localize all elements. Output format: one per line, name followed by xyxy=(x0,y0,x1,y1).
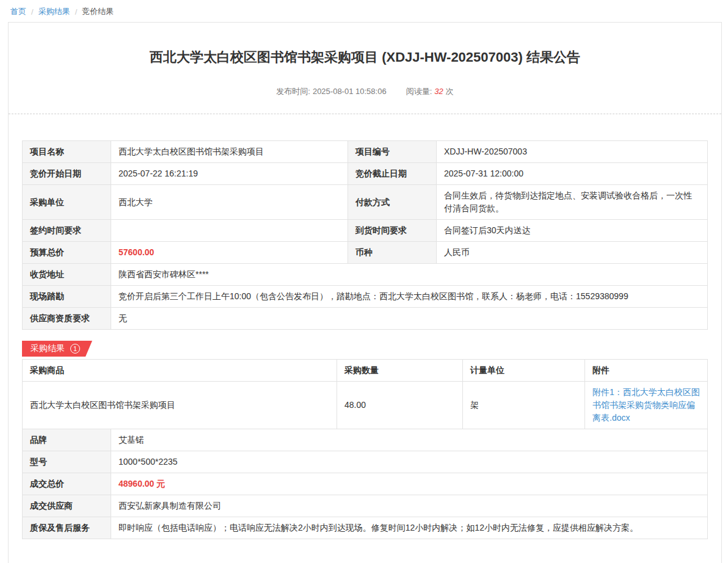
detail-label-cell: 成交总价 xyxy=(23,473,111,495)
announcement-content: 项目名称 西北大学太白校区图书馆书架采购项目 项目编号 XDJJ-HW-2025… xyxy=(9,140,721,539)
table-row: 品牌 艾基锘 xyxy=(23,429,708,451)
column-header-quantity: 采购数量 xyxy=(337,360,463,382)
column-header-unit: 计量单位 xyxy=(463,360,585,382)
award-detail-table: 品牌 艾基锘 型号 1000*500*2235 成交总价 48960.00 元 … xyxy=(22,429,708,539)
info-value-cell: 合同生效后，待货物到达指定地点、安装调试验收合格后，一次性付清合同货款。 xyxy=(437,185,708,220)
info-label-cell: 签约时间要求 xyxy=(23,220,111,242)
info-value-cell: 西北大学 xyxy=(111,185,348,220)
info-label-cell: 币种 xyxy=(348,242,437,264)
budget-total-value: 57600.00 xyxy=(111,242,348,264)
info-value-cell: 西北大学太白校区图书馆书架采购项目 xyxy=(111,141,348,163)
table-row: 收货地址 陕西省西安市碑林区**** xyxy=(23,264,708,286)
info-label-cell: 竞价截止日期 xyxy=(348,163,437,185)
detail-label-cell: 品牌 xyxy=(23,429,111,451)
views-unit: 次 xyxy=(446,87,454,96)
page-title: 西北大学太白校区图书馆书架采购项目 (XDJJ-HW-202507003) 结果… xyxy=(9,48,721,67)
warranty-value-cell: 即时响应（包括电话响应）；电话响应无法解决2小时内到达现场。修复时间12小时内解… xyxy=(111,517,708,539)
breadcrumb-current-bidding-results: 竞价结果 xyxy=(82,6,114,17)
result-badge-row: 采购结果 1 xyxy=(22,341,708,357)
table-row: 质保及售后服务 即时响应（包括电话响应）；电话响应无法解决2小时内到达现场。修复… xyxy=(23,517,708,539)
table-row: 竞价开始日期 2025-07-22 16:21:19 竞价截止日期 2025-0… xyxy=(23,163,708,185)
unit-cell: 架 xyxy=(463,382,585,429)
table-row: 西北大学太白校区图书馆书架采购项目 48.00 架 附件1：西北大学太白校区图书… xyxy=(23,382,708,429)
table-row: 预算总价 57600.00 币种 人民币 xyxy=(23,242,708,264)
detail-label-cell: 成交供应商 xyxy=(23,495,111,517)
publish-time-label: 发布时间: xyxy=(276,87,310,96)
award-total-price-cell: 48960.00 元 xyxy=(111,473,708,495)
table-row: 供应商资质要求 无 xyxy=(23,308,708,330)
table-row: 签约时间要求 到货时间要求 合同签订后30天内送达 xyxy=(23,220,708,242)
info-label-cell: 预算总价 xyxy=(23,242,111,264)
project-info-table: 项目名称 西北大学太白校区图书馆书架采购项目 项目编号 XDJJ-HW-2025… xyxy=(22,140,708,330)
info-value-cell: 陕西省西安市碑林区**** xyxy=(111,264,708,286)
info-value-cell: 2025-07-31 12:00:00 xyxy=(437,163,708,185)
views-count: 32 xyxy=(434,87,443,96)
detail-label-cell: 型号 xyxy=(23,451,111,473)
info-value-cell: 2025-07-22 16:21:19 xyxy=(111,163,348,185)
info-value-cell: 合同签订后30天内送达 xyxy=(437,220,708,242)
info-value-cell: 竞价开启后第三个工作日上午10:00（包含公告发布日），踏勘地点：西北大学太白校… xyxy=(111,286,708,308)
table-row: 采购单位 西北大学 付款方式 合同生效后，待货物到达指定地点、安装调试验收合格后… xyxy=(23,185,708,220)
info-value-cell: 人民币 xyxy=(437,242,708,264)
quantity-cell: 48.00 xyxy=(337,382,463,429)
supplier-value-cell: 西安弘新家具制造有限公司 xyxy=(111,495,708,517)
info-label-cell: 项目编号 xyxy=(348,141,437,163)
info-value-cell: 无 xyxy=(111,308,708,330)
info-label-cell: 付款方式 xyxy=(348,185,437,220)
brand-value-cell: 艾基锘 xyxy=(111,429,708,451)
info-label-cell: 供应商资质要求 xyxy=(23,308,111,330)
info-value-cell: XDJJ-HW-202507003 xyxy=(437,141,708,163)
result-count-badge: 1 xyxy=(70,344,80,354)
breadcrumb-separator: / xyxy=(75,7,78,16)
product-name-cell: 西北大学太白校区图书馆书架采购项目 xyxy=(23,382,337,429)
attachment-cell: 附件1：西北大学太白校区图书馆书架采购货物类响应偏离表.docx xyxy=(585,382,708,429)
announcement-meta: 发布时间:2025-08-01 10:58:06阅读量:32次 xyxy=(9,86,721,97)
result-badge-label: 采购结果 xyxy=(31,343,65,354)
column-header-product: 采购商品 xyxy=(23,360,337,382)
info-label-cell: 到货时间要求 xyxy=(348,220,437,242)
breadcrumb-procurement-results-link[interactable]: 采购结果 xyxy=(38,6,70,17)
breadcrumb-home-link[interactable]: 首页 xyxy=(10,6,26,17)
breadcrumb-separator: / xyxy=(31,7,34,16)
detail-label-cell: 质保及售后服务 xyxy=(23,517,111,539)
info-label-cell: 采购单位 xyxy=(23,185,111,220)
info-label-cell: 竞价开始日期 xyxy=(23,163,111,185)
announcement-card: 西北大学太白校区图书馆书架采购项目 (XDJJ-HW-202507003) 结果… xyxy=(8,22,722,563)
announcement-header: 西北大学太白校区图书馆书架采购项目 (XDJJ-HW-202507003) 结果… xyxy=(9,23,721,97)
attachment-link[interactable]: 附件1：西北大学太白校区图书馆书架采购货物类响应偏离表.docx xyxy=(592,386,700,424)
procurement-result-table: 采购商品 采购数量 计量单位 附件 西北大学太白校区图书馆书架采购项目 48.0… xyxy=(22,359,708,429)
model-value-cell: 1000*500*2235 xyxy=(111,451,708,473)
publish-time-value: 2025-08-01 10:58:06 xyxy=(313,87,387,96)
info-label-cell: 项目名称 xyxy=(23,141,111,163)
info-value-cell xyxy=(111,220,348,242)
table-row: 成交供应商 西安弘新家具制造有限公司 xyxy=(23,495,708,517)
dashed-divider xyxy=(9,114,721,114)
info-label-cell: 现场踏勘 xyxy=(23,286,111,308)
table-row: 型号 1000*500*2235 xyxy=(23,451,708,473)
table-row: 现场踏勘 竞价开启后第三个工作日上午10:00（包含公告发布日），踏勘地点：西北… xyxy=(23,286,708,308)
table-row: 成交总价 48960.00 元 xyxy=(23,473,708,495)
table-row: 项目名称 西北大学太白校区图书馆书架采购项目 项目编号 XDJJ-HW-2025… xyxy=(23,141,708,163)
views-label: 阅读量: xyxy=(406,87,432,96)
table-header-row: 采购商品 采购数量 计量单位 附件 xyxy=(23,360,708,382)
info-label-cell: 收货地址 xyxy=(23,264,111,286)
procurement-result-badge: 采购结果 1 xyxy=(22,341,92,357)
breadcrumb: 首页 / 采购结果 / 竞价结果 xyxy=(0,0,728,22)
column-header-attachment: 附件 xyxy=(585,360,708,382)
